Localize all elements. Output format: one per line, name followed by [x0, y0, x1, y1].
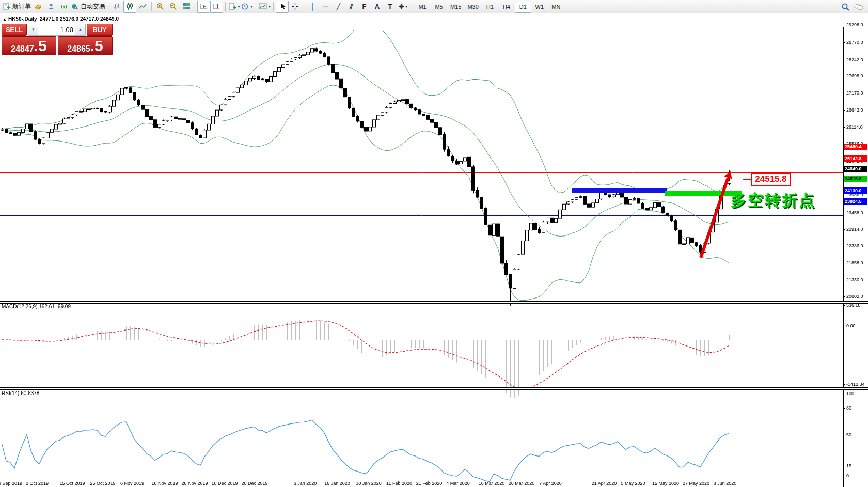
cursor-button[interactable]: [276, 1, 289, 13]
toolbar-separator: [256, 2, 256, 11]
axis-tick-label: 100: [846, 391, 854, 396]
chart-title: ▲HK50-,Daily 24771.0 25176.0 24717.0 248…: [3, 16, 119, 22]
chevron-down-icon: ▾: [405, 4, 407, 9]
volume-increase-button[interactable]: ▲: [75, 24, 85, 35]
date-axis-label: 4 Mar 2020: [446, 481, 470, 486]
chart-window: ▲HK50-,Daily 24771.0 25176.0 24717.0 248…: [0, 13, 868, 487]
date-axis-label: 25 Oct 2019: [90, 481, 115, 486]
vertical-line-button[interactable]: │: [306, 1, 319, 13]
chinese-annotation[interactable]: 多空转折点: [731, 190, 816, 211]
volume-stepper: ▼ 1.00 ▲: [28, 24, 86, 36]
arrows-icon: ✥: [399, 3, 404, 10]
zoom-in-button[interactable]: [154, 1, 167, 13]
volume-input[interactable]: 1.00: [38, 24, 75, 35]
channel-button[interactable]: ⫽: [345, 1, 358, 13]
timeframe-w1-button[interactable]: W1: [531, 1, 548, 13]
buy-price-display[interactable]: 24865.5: [58, 36, 113, 55]
date-axis-label: 18 Nov 2019: [151, 481, 178, 486]
bar-chart-button[interactable]: [111, 1, 123, 13]
date-axis-label: 6 Jan 2020: [294, 481, 317, 486]
candlestick-chart-button[interactable]: [123, 1, 136, 13]
horizontal-line-button[interactable]: ─: [319, 1, 332, 13]
toolbar-separator: [195, 2, 195, 11]
chart-shift-button[interactable]: [210, 1, 223, 13]
pane-splitter[interactable]: [0, 301, 868, 304]
date-axis-label: 16 Jan 2020: [324, 481, 350, 486]
timeframe-h1-button[interactable]: H1: [482, 1, 498, 13]
text-label-button[interactable]: T: [384, 1, 397, 13]
new-order-button[interactable]: 新订单: [2, 1, 31, 13]
gold-bars-icon: [34, 3, 42, 10]
axis-tick-label: 28770.0: [846, 40, 863, 45]
templates-button[interactable]: ▾: [258, 1, 271, 13]
price-chart-canvas[interactable]: [0, 0, 868, 487]
date-axis-label: 27 May 2020: [683, 481, 709, 486]
axis-tick-label: 21858.0: [846, 260, 863, 265]
buy-button[interactable]: BUY: [87, 24, 113, 36]
price-level-label: 25480.4: [844, 144, 867, 150]
auto-trading-label: 自动交易: [81, 2, 105, 11]
date-axis-label: 21 Feb 2020: [416, 481, 443, 486]
timeframe-m1-button[interactable]: M1: [414, 1, 431, 13]
timeframe-m15-button[interactable]: M15: [447, 1, 464, 13]
axis-tick-label: 50: [846, 432, 851, 437]
rsi-value: 60.8378: [21, 390, 39, 396]
zoom-out-button[interactable]: [167, 1, 180, 13]
axis-tick-label: 536.18: [846, 303, 861, 308]
profiles-button[interactable]: ▾: [241, 1, 254, 13]
macd-label: MACD(12,26,9) 162.61 -99.09: [2, 304, 71, 309]
chat-button[interactable]: [852, 1, 865, 13]
date-axis-label: 15 Oct 2019: [59, 481, 85, 486]
market-watch-button[interactable]: [44, 1, 57, 13]
callout-connector-line: [743, 179, 751, 180]
new-order-label: 新订单: [12, 2, 31, 11]
axis-tick-label: -1412.34: [846, 382, 865, 387]
template-chart-icon: [259, 3, 267, 10]
sell-price-display[interactable]: 24847.5: [2, 36, 56, 55]
fibonacci-button[interactable]: F: [358, 1, 371, 13]
axis-tick-label: 27170.0: [846, 90, 863, 96]
trendline-button[interactable]: ╱: [332, 1, 345, 13]
line-chart-button[interactable]: [136, 1, 149, 13]
macd-values: 162.61 -99.09: [39, 304, 71, 309]
axis-tick-label: 0: [846, 473, 849, 478]
arrows-button[interactable]: ✥ ▾: [397, 1, 409, 13]
date-axis-label: 9 Sep 2019: [0, 481, 22, 486]
timeframe-group: M1M5M15M30H1H4D1W1MN: [414, 1, 564, 13]
new-chart-icon: [228, 3, 236, 10]
charts-button[interactable]: [31, 1, 44, 13]
crosshair-icon: [291, 3, 299, 10]
axis-tick-label: 21330.0: [846, 277, 863, 282]
price-level-label: 25142.8: [844, 155, 867, 162]
auto-scroll-button[interactable]: [197, 1, 210, 13]
tile-windows-button[interactable]: [180, 1, 193, 13]
crosshair-button[interactable]: [289, 1, 302, 13]
signals-button[interactable]: [57, 1, 70, 13]
timeframe-m5-button[interactable]: M5: [431, 1, 447, 13]
price-callout[interactable]: 24515.8: [751, 172, 791, 186]
volume-decrease-button[interactable]: ▼: [28, 24, 38, 35]
timeframe-mn-button[interactable]: MN: [548, 1, 564, 13]
price-level-label: 24130.0: [844, 187, 867, 194]
auto-trading-button[interactable]: 自动交易: [70, 1, 106, 13]
low-value: 24717.0: [80, 16, 99, 22]
signal-icon: [60, 3, 68, 10]
axis-tick-label: 23458.0: [846, 210, 863, 215]
timeframe-d1-button[interactable]: D1: [515, 1, 531, 13]
axis-tick-label: 15: [846, 463, 851, 468]
collapse-panel-icon[interactable]: ▲: [3, 17, 7, 22]
date-axis-label: 5 May 2020: [621, 481, 645, 486]
pane-splitter[interactable]: [0, 387, 868, 390]
search-button[interactable]: [839, 1, 852, 13]
timeframe-h4-button[interactable]: H4: [498, 1, 515, 13]
line-chart-icon: [139, 3, 147, 10]
open-value: 24771.0: [40, 16, 58, 22]
sell-button[interactable]: SELL: [2, 24, 27, 36]
text-button[interactable]: A: [371, 1, 384, 13]
new-chart-button[interactable]: ▾: [228, 1, 241, 13]
timeframe-m30-button[interactable]: M30: [464, 1, 481, 13]
chart-shift-icon: [213, 3, 220, 10]
toolbar-separator: [412, 2, 412, 11]
chevron-down-icon: ▾: [238, 4, 240, 9]
toolbar-right: [839, 1, 865, 13]
